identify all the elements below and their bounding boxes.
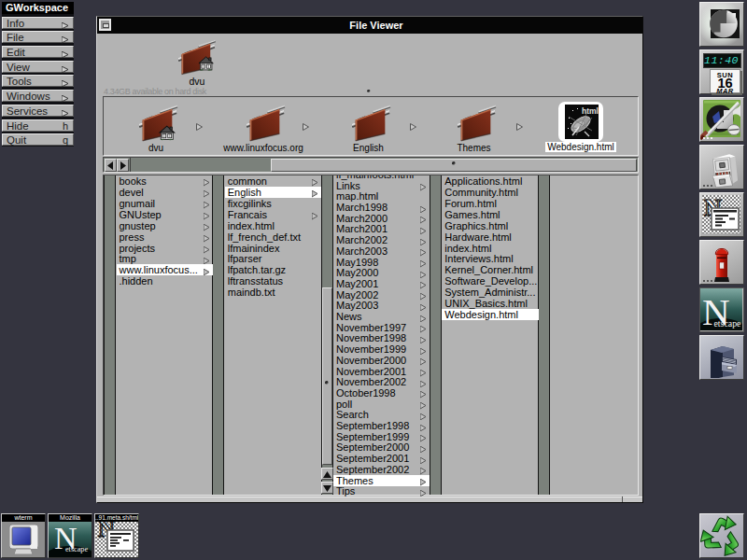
svg-text:html: html <box>582 106 599 116</box>
svg-text:etscape: etscape <box>714 317 741 329</box>
svg-text:etscape: etscape <box>65 544 88 553</box>
